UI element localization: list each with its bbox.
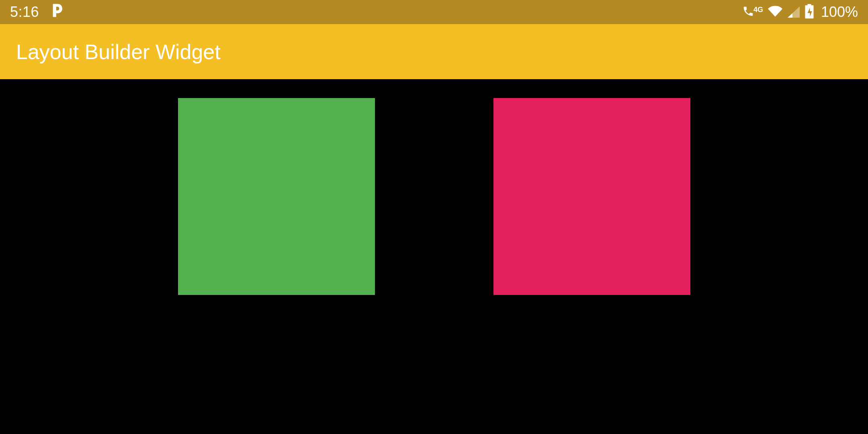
content-area — [0, 79, 868, 434]
status-time: 5:16 — [10, 4, 39, 20]
battery-charging-icon — [805, 4, 814, 20]
battery-percent: 100% — [821, 4, 858, 20]
green-box — [178, 98, 375, 295]
app-title: Layout Builder Widget — [16, 40, 221, 64]
signal-icon — [787, 6, 800, 18]
pink-box — [493, 98, 690, 295]
status-left: 5:16 — [10, 4, 62, 21]
phone-icon — [742, 5, 754, 19]
phone-4g-icon: 4G — [742, 5, 763, 19]
status-right: 4G 100% — [742, 4, 858, 20]
wifi-icon — [768, 4, 782, 20]
app-bar: Layout Builder Widget — [0, 24, 868, 79]
fourg-label: 4G — [753, 6, 763, 14]
p-icon — [51, 4, 62, 21]
status-bar: 5:16 4G — [0, 0, 868, 24]
